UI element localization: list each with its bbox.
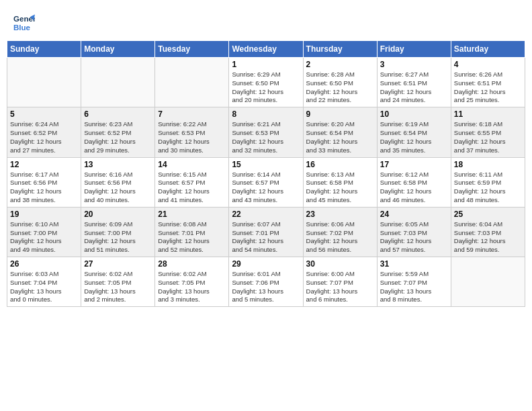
calendar-cell: 10Sunrise: 6:19 AM Sunset: 6:54 PM Dayli… <box>377 107 451 157</box>
day-info: Sunrise: 6:23 AM Sunset: 6:52 PM Dayligh… <box>84 120 152 154</box>
day-info: Sunrise: 6:05 AM Sunset: 7:03 PM Dayligh… <box>380 220 448 255</box>
day-number: 13 <box>84 160 152 169</box>
calendar-cell <box>155 58 229 107</box>
day-number: 8 <box>232 109 300 119</box>
day-number: 31 <box>380 259 448 269</box>
weekday-header-row: SundayMondayTuesdayWednesdayThursdayFrid… <box>7 41 525 58</box>
day-number: 19 <box>10 210 78 219</box>
day-number: 26 <box>10 259 78 269</box>
day-info: Sunrise: 6:18 AM Sunset: 6:55 PM Dayligh… <box>454 120 522 154</box>
calendar-cell: 2Sunrise: 6:28 AM Sunset: 6:50 PM Daylig… <box>303 58 377 107</box>
day-number: 29 <box>232 259 300 269</box>
calendar-cell: 30Sunrise: 6:00 AM Sunset: 7:07 PM Dayli… <box>303 257 377 307</box>
day-number: 22 <box>232 210 300 219</box>
day-info: Sunrise: 6:09 AM Sunset: 7:00 PM Dayligh… <box>84 220 152 255</box>
day-info: Sunrise: 6:01 AM Sunset: 7:06 PM Dayligh… <box>232 270 300 304</box>
calendar-cell: 28Sunrise: 6:02 AM Sunset: 7:05 PM Dayli… <box>155 257 229 307</box>
day-number: 16 <box>306 160 374 169</box>
day-number: 15 <box>232 160 300 169</box>
day-number: 1 <box>232 60 300 69</box>
day-number: 7 <box>158 109 226 119</box>
day-info: Sunrise: 6:12 AM Sunset: 6:58 PM Dayligh… <box>380 171 448 205</box>
calendar-cell: 8Sunrise: 6:21 AM Sunset: 6:53 PM Daylig… <box>229 107 303 157</box>
calendar-table: SundayMondayTuesdayWednesdayThursdayFrid… <box>7 40 525 307</box>
day-info: Sunrise: 6:11 AM Sunset: 6:59 PM Dayligh… <box>454 171 522 205</box>
day-info: Sunrise: 6:04 AM Sunset: 7:03 PM Dayligh… <box>454 220 522 255</box>
day-number: 24 <box>380 210 448 219</box>
calendar-cell: 18Sunrise: 6:11 AM Sunset: 6:59 PM Dayli… <box>451 157 525 207</box>
day-info: Sunrise: 6:20 AM Sunset: 6:54 PM Dayligh… <box>306 120 374 154</box>
calendar-cell: 5Sunrise: 6:24 AM Sunset: 6:52 PM Daylig… <box>7 107 81 157</box>
calendar-week-4: 19Sunrise: 6:10 AM Sunset: 7:00 PM Dayli… <box>7 207 525 257</box>
day-info: Sunrise: 6:06 AM Sunset: 7:02 PM Dayligh… <box>306 220 374 255</box>
calendar-cell: 11Sunrise: 6:18 AM Sunset: 6:55 PM Dayli… <box>451 107 525 157</box>
calendar-cell: 14Sunrise: 6:15 AM Sunset: 6:57 PM Dayli… <box>155 157 229 207</box>
day-number: 3 <box>380 60 448 69</box>
calendar-cell <box>451 257 525 307</box>
day-info: Sunrise: 6:08 AM Sunset: 7:01 PM Dayligh… <box>158 220 226 255</box>
weekday-header-monday: Monday <box>81 41 155 58</box>
weekday-header-wednesday: Wednesday <box>229 41 303 58</box>
day-info: Sunrise: 6:10 AM Sunset: 7:00 PM Dayligh… <box>10 220 78 255</box>
day-info: Sunrise: 6:03 AM Sunset: 7:04 PM Dayligh… <box>10 270 78 304</box>
weekday-header-sunday: Sunday <box>7 41 81 58</box>
weekday-header-thursday: Thursday <box>303 41 377 58</box>
day-number: 28 <box>158 259 226 269</box>
calendar-cell <box>7 58 81 107</box>
day-number: 11 <box>454 109 522 119</box>
calendar-week-5: 26Sunrise: 6:03 AM Sunset: 7:04 PM Dayli… <box>7 257 525 307</box>
day-number: 5 <box>10 109 78 119</box>
calendar-cell: 24Sunrise: 6:05 AM Sunset: 7:03 PM Dayli… <box>377 207 451 257</box>
day-number: 6 <box>84 109 152 119</box>
day-info: Sunrise: 6:14 AM Sunset: 6:57 PM Dayligh… <box>232 171 300 205</box>
calendar-week-3: 12Sunrise: 6:17 AM Sunset: 6:56 PM Dayli… <box>7 157 525 207</box>
day-number: 25 <box>454 210 522 219</box>
calendar-cell: 15Sunrise: 6:14 AM Sunset: 6:57 PM Dayli… <box>229 157 303 207</box>
day-number: 27 <box>84 259 152 269</box>
weekday-header-tuesday: Tuesday <box>155 41 229 58</box>
day-info: Sunrise: 6:24 AM Sunset: 6:52 PM Dayligh… <box>10 120 78 154</box>
logo: General Blue <box>13 12 35 34</box>
calendar-cell: 25Sunrise: 6:04 AM Sunset: 7:03 PM Dayli… <box>451 207 525 257</box>
calendar-cell: 20Sunrise: 6:09 AM Sunset: 7:00 PM Dayli… <box>81 207 155 257</box>
day-info: Sunrise: 6:16 AM Sunset: 6:56 PM Dayligh… <box>84 171 152 205</box>
day-info: Sunrise: 6:13 AM Sunset: 6:58 PM Dayligh… <box>306 171 374 205</box>
weekday-header-friday: Friday <box>377 41 451 58</box>
day-number: 2 <box>306 60 374 69</box>
calendar-cell: 31Sunrise: 5:59 AM Sunset: 7:07 PM Dayli… <box>377 257 451 307</box>
calendar-cell: 13Sunrise: 6:16 AM Sunset: 6:56 PM Dayli… <box>81 157 155 207</box>
day-number: 17 <box>380 160 448 169</box>
calendar-cell: 22Sunrise: 6:07 AM Sunset: 7:01 PM Dayli… <box>229 207 303 257</box>
calendar-cell: 23Sunrise: 6:06 AM Sunset: 7:02 PM Dayli… <box>303 207 377 257</box>
day-number: 23 <box>306 210 374 219</box>
calendar-week-1: 1Sunrise: 6:29 AM Sunset: 6:50 PM Daylig… <box>7 58 525 107</box>
calendar-cell: 12Sunrise: 6:17 AM Sunset: 6:56 PM Dayli… <box>7 157 81 207</box>
day-info: Sunrise: 5:59 AM Sunset: 7:07 PM Dayligh… <box>380 270 448 304</box>
day-number: 9 <box>306 109 374 119</box>
day-number: 21 <box>158 210 226 219</box>
day-info: Sunrise: 6:15 AM Sunset: 6:57 PM Dayligh… <box>158 171 226 205</box>
day-info: Sunrise: 6:02 AM Sunset: 7:05 PM Dayligh… <box>84 270 152 304</box>
day-number: 4 <box>454 60 522 69</box>
logo-icon: General Blue <box>13 12 35 34</box>
day-number: 12 <box>10 160 78 169</box>
calendar-cell: 21Sunrise: 6:08 AM Sunset: 7:01 PM Dayli… <box>155 207 229 257</box>
calendar-cell: 9Sunrise: 6:20 AM Sunset: 6:54 PM Daylig… <box>303 107 377 157</box>
day-number: 10 <box>380 109 448 119</box>
calendar-cell: 29Sunrise: 6:01 AM Sunset: 7:06 PM Dayli… <box>229 257 303 307</box>
day-info: Sunrise: 6:27 AM Sunset: 6:51 PM Dayligh… <box>380 71 448 105</box>
calendar-cell: 6Sunrise: 6:23 AM Sunset: 6:52 PM Daylig… <box>81 107 155 157</box>
calendar-cell: 1Sunrise: 6:29 AM Sunset: 6:50 PM Daylig… <box>229 58 303 107</box>
day-number: 18 <box>454 160 522 169</box>
calendar-week-2: 5Sunrise: 6:24 AM Sunset: 6:52 PM Daylig… <box>7 107 525 157</box>
calendar-cell: 7Sunrise: 6:22 AM Sunset: 6:53 PM Daylig… <box>155 107 229 157</box>
day-info: Sunrise: 6:07 AM Sunset: 7:01 PM Dayligh… <box>232 220 300 255</box>
calendar-cell: 16Sunrise: 6:13 AM Sunset: 6:58 PM Dayli… <box>303 157 377 207</box>
calendar-cell: 4Sunrise: 6:26 AM Sunset: 6:51 PM Daylig… <box>451 58 525 107</box>
calendar-cell: 26Sunrise: 6:03 AM Sunset: 7:04 PM Dayli… <box>7 257 81 307</box>
calendar-cell: 19Sunrise: 6:10 AM Sunset: 7:00 PM Dayli… <box>7 207 81 257</box>
day-number: 20 <box>84 210 152 219</box>
day-number: 14 <box>158 160 226 169</box>
day-info: Sunrise: 6:17 AM Sunset: 6:56 PM Dayligh… <box>10 171 78 205</box>
calendar-cell: 3Sunrise: 6:27 AM Sunset: 6:51 PM Daylig… <box>377 58 451 107</box>
